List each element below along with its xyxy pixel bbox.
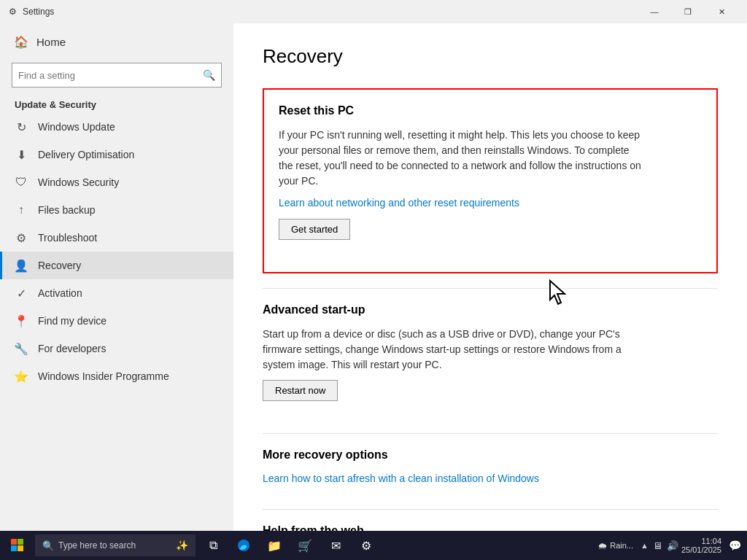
get-started-button[interactable]: Get started: [279, 219, 350, 240]
settings-icon: ⚙: [9, 7, 17, 17]
recovery-icon: 👤: [15, 259, 28, 272]
taskbar-search-box[interactable]: 🔍 Type here to search ✨: [35, 534, 196, 556]
help-from-web-title: Help from the web: [263, 524, 718, 531]
sidebar-home-button[interactable]: 🏠 Home: [0, 23, 233, 60]
reset-learn-more-link[interactable]: Learn about networking and other reset r…: [279, 197, 519, 209]
files-backup-icon: ↑: [15, 203, 28, 217]
advanced-startup-description: Start up from a device or disc (such as …: [263, 327, 627, 373]
sidebar-item-for-developers[interactable]: 🔧 For developers: [0, 335, 233, 362]
title-bar-left: ⚙ Settings: [9, 7, 54, 17]
sidebar-item-windows-security[interactable]: 🛡 Windows Security: [0, 168, 233, 196]
taskbar-sys-icons: ▲ 🖥 🔊: [640, 540, 678, 551]
sparkle-icon: ✨: [176, 540, 188, 551]
clock-time: 11:04: [681, 537, 721, 545]
cursor-icon: [549, 279, 569, 306]
sidebar-item-activation[interactable]: ✓ Activation: [0, 279, 233, 307]
sidebar-item-label: Windows Insider Programme: [38, 370, 169, 382]
find-my-device-icon: 📍: [15, 314, 28, 327]
sidebar-item-label: Delivery Optimisation: [38, 149, 134, 160]
search-input[interactable]: [12, 70, 196, 81]
windows-security-icon: 🛡: [15, 176, 28, 189]
sidebar-item-label: Windows Security: [38, 176, 119, 188]
windows-insider-icon: ⭐: [15, 370, 28, 383]
sidebar: 🏠 Home 🔍 Update & Security ↻ Windows Upd…: [0, 23, 233, 531]
volume-icon[interactable]: 🔊: [667, 540, 678, 551]
maximize-button[interactable]: ❐: [671, 0, 705, 23]
sidebar-item-delivery-optimisation[interactable]: ⬇ Delivery Optimisation: [0, 141, 233, 168]
page-title: Recovery: [263, 45, 718, 68]
advanced-startup-title: Advanced start-up: [263, 303, 718, 316]
for-developers-icon: 🔧: [15, 342, 28, 355]
rain-icon: 🌧: [597, 540, 607, 551]
sidebar-item-label: Activation: [38, 287, 82, 299]
taskbar-file-explorer[interactable]: 📁: [260, 531, 289, 560]
edge-icon: [237, 539, 250, 552]
windows-logo-icon: [11, 539, 24, 552]
taskbar-mail[interactable]: ✉: [321, 531, 350, 560]
sidebar-item-label: Recovery: [38, 260, 81, 271]
sidebar-item-recovery[interactable]: 👤 Recovery: [0, 252, 233, 279]
sidebar-item-label: Files backup: [38, 204, 96, 216]
search-icon: 🔍: [42, 540, 54, 551]
sidebar-item-label: Find my device: [38, 315, 107, 327]
home-label: Home: [36, 36, 66, 48]
network-icon[interactable]: 🖥: [653, 540, 662, 551]
taskbar-store[interactable]: 🛒: [290, 531, 320, 560]
minimize-button[interactable]: —: [638, 0, 671, 23]
svg-rect-4: [18, 545, 23, 551]
activation-icon: ✓: [15, 287, 28, 300]
svg-rect-3: [11, 545, 17, 551]
search-button[interactable]: 🔍: [196, 63, 221, 87]
reset-section-title: Reset this PC: [279, 104, 702, 117]
start-button[interactable]: [0, 531, 35, 560]
restart-now-button[interactable]: Restart now: [263, 380, 338, 401]
section-divider-2: [263, 433, 718, 434]
close-button[interactable]: ✕: [705, 0, 738, 23]
windows-update-icon: ↻: [15, 120, 28, 133]
help-from-web-section: Help from the web Finding my BitLocker r…: [263, 524, 718, 531]
clock-date: 25/01/2025: [681, 545, 721, 554]
search-box[interactable]: 🔍: [12, 63, 222, 88]
home-icon: 🏠: [15, 35, 28, 48]
delivery-optimisation-icon: ⬇: [15, 148, 28, 161]
section-divider-1: [263, 288, 718, 289]
main-wrapper: 🏠 Home 🔍 Update & Security ↻ Windows Upd…: [0, 23, 747, 531]
reset-section-description: If your PC isn't running well, resetting…: [279, 128, 643, 189]
title-bar-title: Settings: [23, 7, 54, 17]
sidebar-item-files-backup[interactable]: ↑ Files backup: [0, 196, 233, 224]
taskbar: 🔍 Type here to search ✨ ⧉ 📁 🛒 ✉ ⚙ 🌧 Rain…: [0, 531, 747, 560]
more-recovery-title: More recovery options: [263, 448, 718, 462]
taskbar-task-view[interactable]: ⧉: [198, 531, 228, 560]
sidebar-item-label: For developers: [38, 343, 106, 354]
taskbar-apps: ⧉ 📁 🛒 ✉ ⚙: [196, 531, 593, 560]
notification-icon[interactable]: 💬: [729, 540, 741, 551]
weather-widget[interactable]: 🌧 Rain...: [593, 540, 638, 551]
sidebar-item-windows-insider[interactable]: ⭐ Windows Insider Programme: [0, 362, 233, 390]
sidebar-item-windows-update[interactable]: ↻ Windows Update: [0, 113, 233, 141]
more-recovery-section: More recovery options Learn how to start…: [263, 448, 718, 494]
taskbar-search-text: Type here to search: [58, 540, 136, 551]
taskbar-right: 🌧 Rain... ▲ 🖥 🔊 11:04 25/01/2025 💬: [593, 537, 747, 554]
main-content: Recovery Reset this PC If your PC isn't …: [233, 23, 747, 531]
svg-rect-2: [18, 539, 23, 545]
svg-rect-1: [11, 539, 17, 545]
sidebar-item-find-my-device[interactable]: 📍 Find my device: [0, 307, 233, 335]
section-divider-3: [263, 509, 718, 510]
title-bar: ⚙ Settings — ❐ ✕: [0, 0, 747, 23]
show-hidden-icon[interactable]: ▲: [640, 541, 649, 550]
advanced-startup-section: Advanced start-up Start up from a device…: [263, 303, 718, 419]
weather-label: Rain...: [610, 541, 633, 550]
sidebar-item-troubleshoot[interactable]: ⚙ Troubleshoot: [0, 224, 233, 252]
taskbar-edge[interactable]: [229, 531, 258, 560]
taskbar-clock[interactable]: 11:04 25/01/2025: [681, 537, 726, 554]
troubleshoot-icon: ⚙: [15, 231, 28, 244]
clean-install-link[interactable]: Learn how to start afresh with a clean i…: [263, 472, 539, 484]
sidebar-section-title: Update & Security: [0, 93, 233, 113]
reset-pc-section: Reset this PC If your PC isn't running w…: [263, 88, 718, 273]
sidebar-item-label: Troubleshoot: [38, 232, 97, 244]
svg-marker-0: [550, 281, 565, 304]
title-bar-controls: — ❐ ✕: [638, 0, 738, 23]
taskbar-settings[interactable]: ⚙: [352, 531, 381, 560]
sidebar-item-label: Windows Update: [38, 121, 115, 133]
